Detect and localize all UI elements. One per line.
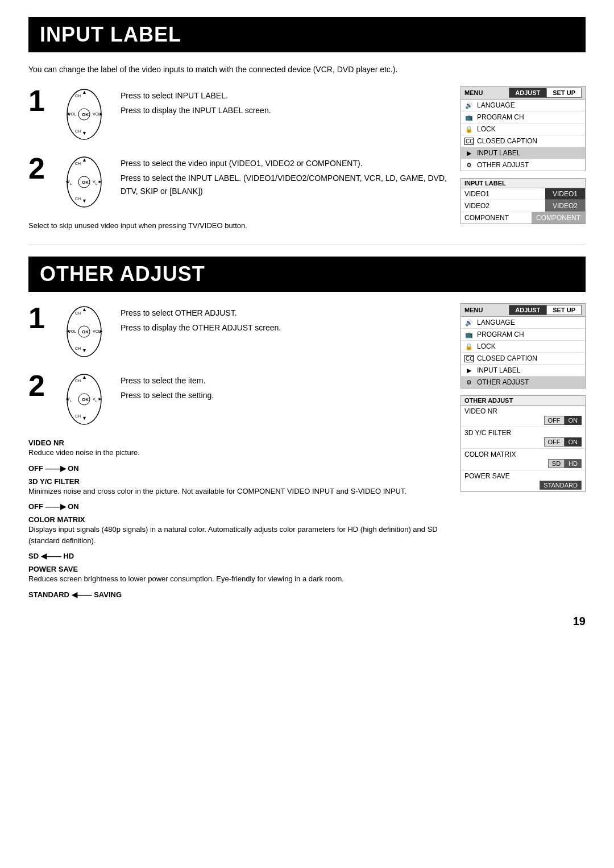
menu-item-input-label[interactable]: ▶ INPUT LABEL (461, 147, 585, 159)
other-adjust-left: 1 ▲ CH ◄ VOL OK VOL ► ▼ (28, 303, 449, 604)
oa-step1: 1 ▲ CH ◄ VOL OK VOL ► ▼ (28, 303, 449, 362)
video-nr-desc: Reduce video noise in the picture. (28, 447, 449, 458)
input-label-step1: 1 ▲ CH ◄ VOL OK V (28, 86, 449, 144)
power-save-arrow: STANDARD ◀—— SAVING (28, 590, 449, 599)
svg-text:CH: CH (75, 94, 81, 98)
other-adjust-title: OTHER ADJUST (28, 257, 586, 292)
oa-color-matrix-name: COLOR MATRIX (464, 450, 582, 458)
oa-step1-number: 1 (28, 303, 51, 333)
menu-item-language[interactable]: 🔊 LANGUAGE (461, 100, 585, 111)
oa-menu-item-program-ch[interactable]: 📺 PROGRAM CH (461, 329, 585, 341)
svg-text:CH: CH (75, 162, 81, 166)
oa-language-icon: 🔊 (464, 319, 474, 326)
oa-menu-item-closed-caption[interactable]: CC CLOSED CAPTION (461, 353, 585, 365)
video2-name: VIDEO2 (461, 200, 545, 212)
color-matrix-arrow: SD ◀—— HD (28, 552, 449, 560)
input-label-subpanel: INPUT LABEL VIDEO1 VIDEO1 VIDEO2 VIDEO2 … (460, 178, 586, 224)
input-label-left: 1 ▲ CH ◄ VOL OK V (28, 86, 449, 233)
oa-power-save-row[interactable]: POWER SAVE STANDARD (461, 470, 585, 491)
svg-text:CH: CH (75, 129, 81, 133)
oa-menu-label: MENU (464, 307, 483, 313)
filter3d-desc: Minimizes noise and cross color in the p… (28, 486, 449, 497)
lock-icon: 🔒 (464, 126, 474, 133)
section-divider (28, 245, 586, 245)
oa-menu-panel: MENU ADJUST SET UP 🔊 LANGUAGE 📺 PROGRAM … (460, 303, 586, 388)
oa-video-nr-off[interactable]: OFF (544, 416, 565, 425)
oa-power-save-vals: STANDARD (464, 481, 582, 490)
oa-program-ch-icon: 📺 (464, 331, 474, 338)
step2-line1: Press to select the video input (VIDEO1,… (121, 157, 449, 170)
video2-row[interactable]: VIDEO2 VIDEO2 (461, 200, 585, 212)
oa-power-save-standard[interactable]: STANDARD (540, 481, 582, 490)
remote-oa-2: ▲ CH ◄ V L OK V L ► ▼ CH (60, 371, 111, 429)
remote-1: ▲ CH ◄ VOL OK VOL ► ▼ CH (60, 86, 111, 144)
page-content: INPUT LABEL You can change the label of … (0, 0, 614, 651)
oa-color-matrix-sd[interactable]: SD (548, 459, 565, 468)
oa-setup-tab[interactable]: SET UP (546, 305, 582, 315)
program-ch-label: PROGRAM CH (477, 113, 582, 121)
svg-text:L: L (70, 182, 72, 185)
svg-text:►: ► (98, 179, 102, 184)
svg-text:▼: ▼ (82, 130, 87, 136)
oa-color-matrix-row[interactable]: COLOR MATRIX SD HD (461, 449, 585, 470)
svg-text:CH: CH (75, 346, 81, 350)
power-save-label: POWER SAVE (28, 565, 449, 573)
svg-text:OK: OK (82, 112, 89, 117)
oa-color-matrix-vals: SD HD (464, 459, 582, 468)
menu-item-lock[interactable]: 🔒 LOCK (461, 123, 585, 135)
menu-header: MENU ADJUST SET UP (461, 86, 585, 100)
svg-text:CH: CH (75, 414, 81, 418)
page-number: 19 (28, 615, 586, 628)
filter3d-arrow: OFF ——▶ ON (28, 502, 449, 511)
oa-color-matrix-hd[interactable]: HD (565, 459, 582, 468)
language-label: LANGUAGE (477, 101, 582, 109)
remote-2: ▲ CH ◄ V L OK V L ► ▼ CH (60, 154, 111, 212)
other-adjust-body: 1 ▲ CH ◄ VOL OK VOL ► ▼ (28, 303, 586, 604)
lock-label: LOCK (477, 125, 582, 133)
component-row[interactable]: COMPONENT COMPONENT (461, 212, 585, 224)
input-label-panel-header: INPUT LABEL (461, 179, 585, 188)
adjust-tab[interactable]: ADJUST (509, 88, 546, 98)
input-label-body: 1 ▲ CH ◄ VOL OK V (28, 86, 586, 233)
menu-item-closed-caption[interactable]: CC CLOSED CAPTION (461, 135, 585, 147)
oa-3dyc-on[interactable]: ON (565, 437, 582, 447)
oa-menu-item-lock[interactable]: 🔒 LOCK (461, 341, 585, 353)
input-label-menu-panel: MENU ADJUST SET UP 🔊 LANGUAGE 📺 PROGRAM … (460, 86, 586, 171)
svg-text:CH: CH (75, 197, 81, 201)
oa-3dyc-off[interactable]: OFF (544, 437, 565, 447)
oa-menu-item-language[interactable]: 🔊 LANGUAGE (461, 317, 585, 329)
oa-3dyc-vals: OFF ON (464, 437, 582, 447)
svg-text:▲: ▲ (82, 307, 87, 312)
oa-step2: 2 ▲ CH ◄ V L OK V L (28, 371, 449, 429)
oa-descriptions: VIDEO NR Reduce video noise in the pictu… (28, 439, 449, 599)
oa-menu-item-input-label[interactable]: ▶ INPUT LABEL (461, 365, 585, 377)
svg-text:▲: ▲ (82, 89, 87, 95)
svg-text:L: L (70, 399, 72, 403)
oa-lock-label: LOCK (477, 342, 582, 350)
oa-other-adjust-menu-label: OTHER ADJUST (477, 378, 582, 386)
oa-video-nr-vals: OFF ON (464, 416, 582, 425)
oa-video-nr-row[interactable]: VIDEO NR OFF ON (461, 406, 585, 427)
oa-menu-tabs: ADJUST SET UP (509, 305, 582, 315)
oa-lock-icon: 🔒 (464, 343, 474, 350)
oa-video-nr-on[interactable]: ON (565, 416, 582, 425)
oa-3dyc-row[interactable]: 3D Y/C FILTER OFF ON (461, 427, 585, 449)
oa-menu-item-other-adjust[interactable]: ⚙ OTHER ADJUST (461, 377, 585, 388)
oa-step2-line2: Press to select the setting. (121, 389, 449, 402)
menu-item-other-adjust[interactable]: ⚙ OTHER ADJUST (461, 159, 585, 171)
svg-text:▼: ▼ (82, 198, 87, 204)
video2-val: VIDEO2 (545, 200, 585, 212)
menu-item-program-ch[interactable]: 📺 PROGRAM CH (461, 111, 585, 123)
step1-number: 1 (28, 86, 51, 115)
oa-power-save-name: POWER SAVE (464, 472, 582, 480)
oa-adjust-tab[interactable]: ADJUST (509, 305, 546, 315)
svg-text:▼: ▼ (82, 415, 87, 421)
video1-row[interactable]: VIDEO1 VIDEO1 (461, 188, 585, 200)
oa-input-label-icon: ▶ (464, 367, 474, 374)
svg-text:OK: OK (82, 397, 89, 402)
oa-video-nr-name: VIDEO NR (464, 407, 582, 415)
color-matrix-label: COLOR MATRIX (28, 515, 449, 524)
setup-tab[interactable]: SET UP (546, 88, 582, 98)
step1-line2: Press to display the INPUT LABEL screen. (121, 104, 449, 117)
svg-text:▲: ▲ (82, 374, 87, 380)
